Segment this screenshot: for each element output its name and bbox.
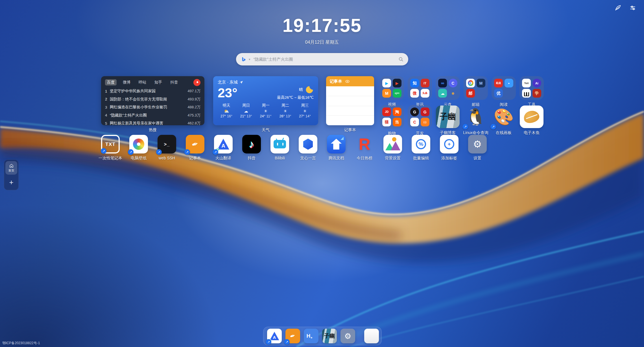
forecast-day-temps: 24°11°	[260, 114, 272, 118]
forecast-day: 周一☀24°11°	[257, 103, 274, 118]
dock-子幽博客[interactable]: 子幽	[322, 329, 337, 343]
desktop: 19:17:55 04月12日 星期五 ▾ 百度微博哔站知乎抖音 1坚定守护中华…	[0, 0, 644, 347]
folder-工具[interactable]: TeXAi学	[519, 76, 544, 100]
settings-button[interactable]	[629, 4, 637, 12]
hotR-icon: R	[355, 135, 374, 153]
folder-云盘[interactable]: ∞C☁●	[436, 76, 460, 100]
folder-mini-icon: G	[410, 107, 419, 116]
notepad-body[interactable]	[326, 86, 374, 125]
forecast-day-temps: 27°16°	[221, 114, 232, 118]
hot-search-tabs: 百度微博哔站知乎抖音	[105, 79, 193, 85]
hot-search-widget[interactable]: 百度微博哔站知乎抖音 1坚定守护中华民族共同家园497.1万2国防部：绝不会任凭…	[101, 76, 204, 125]
dock-H[interactable]: H。	[304, 329, 318, 343]
folder-开发[interactable]: GGC{-}	[408, 105, 432, 129]
app-在线画板[interactable]: 🎨↗在线画板	[492, 105, 516, 136]
folder-cell: GGC{-}开发	[408, 105, 432, 136]
app-label: 抖音	[248, 156, 256, 161]
folder-mini-icon: M	[477, 79, 485, 87]
notepad-line	[326, 106, 374, 116]
folder-mini-icon	[466, 79, 475, 87]
app-抖音[interactable]: ♪抖音	[242, 135, 261, 161]
weather-range: 最高26℃ ~ 最低16℃	[277, 95, 314, 100]
app-Bilibili[interactable]: Bilibili	[270, 135, 289, 161]
app-今日热榜[interactable]: R今日热榜	[355, 135, 374, 161]
pen-icon	[614, 4, 622, 12]
dock-记事本[interactable]: ✒↗	[285, 329, 300, 343]
weather-forecast: 明天⛅27°16°周日☁21°13°周一☀24°11°周二☀26°13°周三☀2…	[218, 103, 314, 118]
app-批量编辑[interactable]: %批量编辑	[412, 135, 430, 161]
app-背景设置[interactable]: 背景设置	[383, 135, 402, 161]
folder-资讯[interactable]: 知IT微头条	[408, 76, 432, 100]
app-添加标签[interactable]: +添加标签	[440, 135, 459, 161]
notepad-widget[interactable]: 记事本	[326, 76, 374, 125]
txt-icon: TXT↗	[101, 135, 120, 153]
sidebar-home[interactable]: 首页	[5, 161, 17, 175]
forecast-day: 明天⛅27°16°	[218, 103, 235, 118]
hot-tab-微博[interactable]: 微博	[121, 79, 132, 85]
folder-购物[interactable]: JD淘猫当	[380, 105, 404, 129]
notepad-line	[326, 116, 374, 125]
hot-item[interactable]: 5网红杨立新及其母亲在家中遇害462.8万	[105, 119, 200, 125]
search-input[interactable]	[253, 57, 396, 62]
hot-tab-抖音[interactable]: 抖音	[168, 79, 180, 85]
folder-row-1: ▶▶MiQIYI视频知IT微头条资讯∞C☁●云盘M邮邮箱起点▪优阅读TeXAi学…	[380, 76, 544, 107]
hdot-icon: H。	[304, 329, 318, 343]
link-badge: ↗	[213, 149, 218, 155]
dock-设置[interactable]: ⚙	[340, 329, 355, 343]
app-一次性笔记本[interactable]: TXT↗一次性笔记本	[101, 135, 120, 161]
widget-label: 天气	[262, 128, 270, 133]
hot-item[interactable]: 3网红编造在巴黎捡小学生作业被罚488.2万	[105, 103, 200, 111]
hot-item[interactable]: 1坚定守护中华民族共同家园497.1万	[105, 87, 200, 95]
notepad-title: 记事本	[330, 79, 342, 84]
app-Linux命令查询[interactable]: 🐧↗Linux命令查询	[464, 105, 488, 136]
weather-condition: 晴	[299, 87, 303, 92]
link-badge: ↗	[128, 149, 134, 155]
app-腾讯文档[interactable]: 腾讯文档	[327, 135, 346, 161]
app-记事本[interactable]: ✒↗记事本	[186, 135, 204, 161]
dock-火山翻译[interactable]: A↗	[267, 329, 282, 343]
folder-阅读[interactable]: 起点▪优	[492, 76, 516, 100]
app-label: 腾讯文档	[328, 156, 344, 161]
add-page-button[interactable]: +	[4, 175, 19, 190]
search-bar[interactable]: ▾	[236, 53, 408, 65]
forecast-day: 周三☀27°14°	[296, 103, 314, 118]
app-label: 电脑壁纸	[131, 156, 147, 161]
folder-视频[interactable]: ▶▶MiQIYI	[380, 76, 404, 100]
folder-mini-icon: Ai	[532, 79, 541, 87]
weather-widget[interactable]: 北京 · 东城 23° 晴 最高26℃ ~ 最低16℃ 明天⛅27	[213, 76, 318, 125]
dock-trash-icon[interactable]	[364, 329, 379, 343]
forecast-day-temps: 26°13°	[280, 114, 291, 118]
app-文心一言[interactable]: 文心一言	[299, 135, 317, 161]
hot-tab-百度[interactable]: 百度	[105, 79, 117, 85]
app-设置[interactable]: ⚙设置	[468, 135, 487, 161]
folder-mini-icon: ▪	[505, 79, 513, 87]
hot-item[interactable]: 2国防部：绝不会任凭菲方无理取闹493.9万	[105, 95, 200, 104]
hot-item[interactable]: 4“隐藏款”土特产火出圈475.3万	[105, 111, 200, 120]
app-label: 文心一言	[300, 156, 316, 161]
app-label: 一次性笔记本	[99, 156, 122, 161]
bing-icon[interactable]	[241, 56, 246, 62]
sidebar-home-label: 首页	[8, 169, 14, 173]
clock-widget: 19:17:55 04月12日 星期五	[282, 15, 361, 45]
app-电脑壁纸[interactable]: ↗电脑壁纸	[129, 135, 148, 161]
app-子幽博客[interactable]: 子幽子幽博客	[436, 105, 460, 136]
eye-icon[interactable]	[345, 80, 350, 83]
folder-邮箱[interactable]: M邮	[464, 76, 488, 100]
engine-dropdown-caret[interactable]: ▾	[249, 58, 250, 61]
forecast-day-icon: ☀	[264, 109, 267, 114]
forecast-day-name: 周一	[262, 103, 270, 108]
folder-mini-icon	[522, 89, 531, 98]
edit-mode-button[interactable]	[614, 4, 622, 12]
hot-tab-知乎[interactable]: 知乎	[152, 79, 164, 85]
app-电子木鱼[interactable]: 电子木鱼	[519, 105, 544, 136]
folder-cell: JD淘猫当购物	[380, 105, 404, 136]
app-火山翻译[interactable]: A↗火山翻译	[214, 135, 233, 161]
folder-mini-icon: ☁	[438, 89, 447, 98]
hot-rank: 1	[105, 89, 110, 93]
folder-mini-icon: 起点	[494, 79, 503, 87]
hot-tab-哔站[interactable]: 哔站	[137, 79, 148, 85]
app-web SSH[interactable]: >_↗web SSH	[158, 135, 176, 161]
app-row: TXT↗一次性笔记本↗电脑壁纸>_↗web SSH✒↗记事本A↗火山翻译♪抖音B…	[101, 135, 487, 161]
search-icon[interactable]	[398, 57, 404, 62]
forecast-day-name: 周三	[301, 103, 309, 108]
